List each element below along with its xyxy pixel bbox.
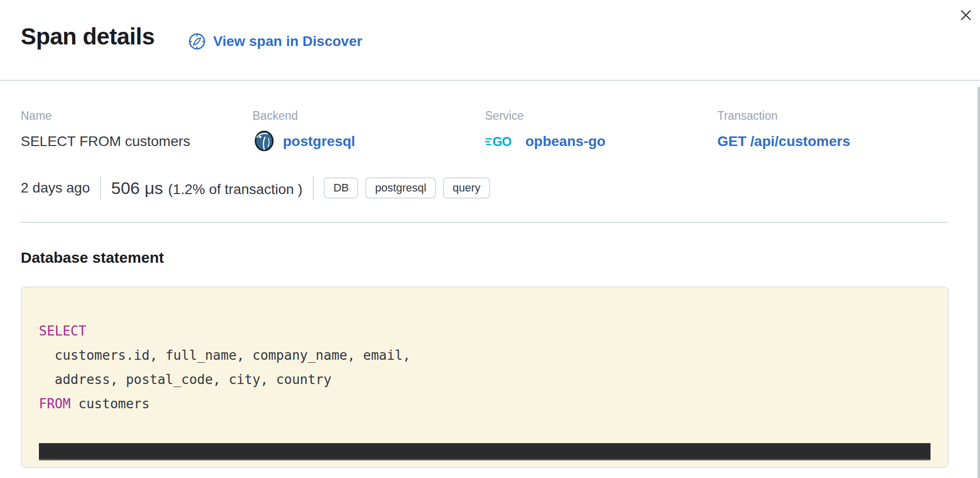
sql-text: customers <box>71 396 150 411</box>
span-summary-row: 2 days ago 506 μs (1.2% of transaction )… <box>21 176 949 200</box>
span-duration-percent: (1.2% of transaction ) <box>168 181 303 198</box>
close-icon <box>958 8 973 23</box>
badge-postgresql: postgresql <box>365 177 436 199</box>
badge-query: query <box>443 177 490 199</box>
span-details-flyout: Span details View span in Discover <box>0 0 980 478</box>
span-timestamp: 2 days ago <box>21 180 90 196</box>
service-link-label: opbeans-go <box>525 133 606 150</box>
service-link[interactable]: GO opbeans-go <box>485 133 606 150</box>
sql-code: SELECT customers.id, full_name, company_… <box>39 319 930 416</box>
metadata-field-backend: Backend postgresql <box>253 109 485 153</box>
span-duration: 506 μs <box>111 178 163 198</box>
go-gopher-logo-icon: GO <box>485 133 518 150</box>
page-title: Span details <box>21 23 155 50</box>
service-label: Service <box>485 109 717 123</box>
metadata-field-service: Service GO opbeans-go <box>485 109 717 153</box>
database-statement-heading: Database statement <box>21 249 949 266</box>
view-span-in-discover-link[interactable]: View span in Discover <box>188 32 362 51</box>
metadata-field-transaction: Transaction GET /api/customers <box>717 109 949 153</box>
transaction-label: Transaction <box>717 109 949 123</box>
flyout-header: Span details View span in Discover <box>0 0 980 81</box>
flyout-body: Name SELECT FROM customers Backend <box>0 81 980 468</box>
backend-link-label: postgresql <box>283 133 355 150</box>
svg-text:GO: GO <box>493 134 511 149</box>
span-metadata-grid: Name SELECT FROM customers Backend <box>21 109 949 153</box>
sql-keyword: FROM <box>39 396 71 411</box>
span-duration-group: 506 μs (1.2% of transaction ) <box>111 178 303 198</box>
metadata-field-name: Name SELECT FROM customers <box>21 109 253 153</box>
close-flyout-button[interactable] <box>955 4 977 26</box>
transaction-link[interactable]: GET /api/customers <box>717 133 850 150</box>
backend-label: Backend <box>253 109 485 123</box>
postgresql-elephant-logo-icon <box>253 130 276 153</box>
name-label: Name <box>21 109 253 123</box>
section-divider <box>21 222 949 223</box>
sql-text: customers.id, full_name, company_name, e… <box>39 348 411 363</box>
sql-text: address, postal_code, city, country <box>39 372 331 387</box>
vertical-scrollbar[interactable] <box>977 87 980 478</box>
redacted-content-bar <box>39 443 930 460</box>
summary-divider <box>100 176 101 200</box>
span-type-badges: DB postgresql query <box>324 177 490 199</box>
summary-divider <box>313 176 314 200</box>
sql-keyword: SELECT <box>39 323 86 339</box>
discover-compass-icon <box>188 32 206 51</box>
database-statement-code-block: SELECT customers.id, full_name, company_… <box>21 286 949 468</box>
view-span-in-discover-label: View span in Discover <box>213 33 362 50</box>
name-value: SELECT FROM customers <box>21 130 253 153</box>
backend-link[interactable]: postgresql <box>253 130 355 153</box>
badge-db: DB <box>324 177 359 199</box>
